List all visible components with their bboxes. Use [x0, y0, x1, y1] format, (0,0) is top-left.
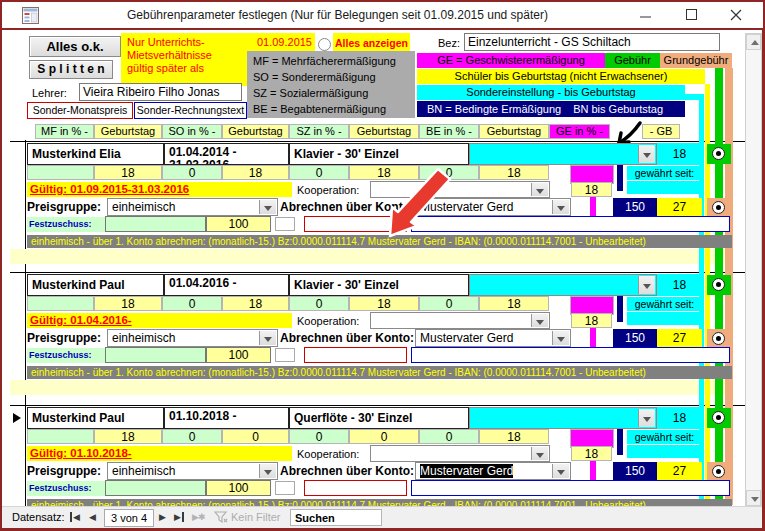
sondereinstellung-combobox[interactable] — [469, 407, 657, 429]
bn-bis-geburtstag-age[interactable]: 18 — [657, 407, 702, 429]
chevron-down-icon[interactable] — [638, 145, 655, 163]
small-field[interactable] — [275, 481, 295, 495]
sondereinstellung-combobox[interactable] — [469, 274, 657, 296]
student-name[interactable]: Musterkind Elia — [27, 143, 164, 165]
festzuschuss-extra-field[interactable] — [105, 347, 206, 363]
grundgebuehr-amount[interactable]: 27 — [657, 329, 702, 347]
small-field[interactable] — [275, 217, 295, 231]
chevron-down-icon[interactable] — [552, 464, 569, 478]
mf-percent-value[interactable] — [27, 165, 94, 180]
konto-alert-field[interactable] — [304, 480, 407, 496]
festzuschuss-value[interactable]: 100 — [206, 347, 271, 363]
festzuschuss-extra-field[interactable] — [105, 480, 206, 496]
sz-percent-value[interactable]: 0 — [289, 296, 349, 311]
preisgruppe-combobox[interactable]: einheimisch — [107, 198, 278, 216]
sz-percent-value[interactable]: 0 — [289, 429, 349, 444]
mf-geburtstag-value[interactable]: 18 — [94, 165, 162, 180]
grundgebuehr-radio[interactable] — [707, 198, 731, 218]
gebuehr-radio[interactable] — [707, 275, 731, 295]
ge-geburtstag-value[interactable]: 18 — [571, 182, 612, 197]
minimize-button[interactable] — [630, 2, 662, 28]
konto-combobox[interactable]: Mustervater Gerd — [415, 329, 571, 347]
chevron-down-icon[interactable] — [259, 464, 276, 478]
festzuschuss-extra-field[interactable] — [105, 216, 206, 232]
grundgebuehr-amount[interactable]: 27 — [657, 198, 702, 216]
so-geburtstag-value[interactable]: 0 — [222, 429, 289, 444]
instrument[interactable]: Klavier - 30' Einzel — [289, 274, 469, 296]
so-percent-value[interactable]: 0 — [162, 296, 222, 311]
gebuehr-amount[interactable]: 150 — [613, 329, 657, 347]
gebuehr-radio[interactable] — [707, 144, 731, 164]
chevron-down-icon[interactable] — [531, 183, 548, 196]
so-percent-value[interactable]: 0 — [162, 165, 222, 180]
sz-geburtstag-value[interactable]: 0 — [349, 429, 419, 444]
chevron-down-icon[interactable] — [531, 314, 548, 327]
chevron-down-icon[interactable] — [259, 200, 276, 214]
instrument[interactable]: Klavier - 30' Einzel — [289, 143, 469, 165]
grundgebuehr-radio[interactable] — [707, 462, 731, 482]
student-name[interactable]: Musterkind Paul — [27, 274, 164, 296]
mf-percent-value[interactable] — [27, 429, 94, 444]
sondereinstellung-combobox[interactable] — [469, 143, 657, 165]
date-range-line1[interactable]: 01.10.2018 - — [169, 410, 284, 423]
record-selector-icon[interactable] — [13, 413, 21, 423]
konto-alert-field[interactable] — [304, 347, 407, 363]
iban-field[interactable] — [411, 216, 730, 232]
chevron-down-icon[interactable] — [259, 331, 276, 345]
mf-geburtstag-value[interactable]: 18 — [94, 296, 162, 311]
be-percent-value[interactable]: 0 — [419, 296, 479, 311]
small-field[interactable] — [275, 348, 295, 362]
ge-geburtstag-value[interactable]: 18 — [571, 313, 612, 328]
be-geburtstag-value[interactable]: 18 — [479, 296, 549, 311]
last-record-icon[interactable] — [174, 507, 184, 528]
gewaehrt-seit-value[interactable] — [627, 312, 702, 325]
be-percent-value[interactable]: 0 — [419, 429, 479, 444]
kooperation-combobox[interactable] — [370, 312, 550, 329]
first-record-icon[interactable] — [70, 507, 80, 528]
so-percent-value[interactable]: 0 — [162, 429, 222, 444]
student-name[interactable]: Musterkind Paul — [27, 407, 164, 429]
so-geburtstag-value[interactable]: 18 — [222, 165, 289, 180]
next-record-icon[interactable] — [159, 507, 166, 528]
be-geburtstag-value[interactable]: 18 — [479, 429, 549, 444]
preisgruppe-combobox[interactable]: einheimisch — [107, 462, 278, 480]
gebuehr-amount[interactable]: 150 — [613, 198, 657, 216]
chevron-down-icon[interactable] — [638, 276, 655, 294]
record-position[interactable]: 3 von 4 — [104, 509, 154, 527]
vertical-scrollbar[interactable] — [745, 33, 762, 507]
close-button[interactable] — [720, 2, 752, 28]
scroll-up-icon[interactable] — [746, 34, 761, 50]
search-input[interactable]: Suchen — [290, 509, 382, 526]
mf-geburtstag-value[interactable]: 18 — [94, 429, 162, 444]
sz-percent-value[interactable]: 0 — [289, 165, 349, 180]
bn-bis-geburtstag-age[interactable]: 18 — [657, 143, 702, 165]
iban-field[interactable] — [411, 480, 730, 496]
chevron-down-icon[interactable] — [552, 200, 569, 214]
gebuehr-radio[interactable] — [707, 408, 731, 428]
chevron-down-icon[interactable] — [531, 447, 548, 460]
grundgebuehr-radio[interactable] — [707, 329, 731, 349]
mf-percent-value[interactable] — [27, 296, 94, 311]
date-range-line1[interactable]: 01.04.2016 - — [169, 277, 284, 290]
instrument[interactable]: Querflöte - 30' Einzel — [289, 407, 469, 429]
iban-field[interactable] — [411, 347, 730, 363]
bn-bis-geburtstag-age[interactable]: 18 — [657, 274, 702, 296]
gewaehrt-seit-value[interactable] — [627, 445, 702, 458]
gewaehrt-seit-value[interactable] — [627, 181, 702, 194]
chevron-down-icon[interactable] — [552, 331, 569, 345]
festzuschuss-value[interactable]: 100 — [206, 216, 271, 232]
so-geburtstag-value[interactable]: 18 — [222, 296, 289, 311]
ge-geburtstag-value[interactable]: 18 — [571, 446, 612, 461]
preisgruppe-combobox[interactable]: einheimisch — [107, 329, 278, 347]
chevron-down-icon[interactable] — [638, 409, 655, 427]
festzuschuss-value[interactable]: 100 — [206, 480, 271, 496]
scroll-down-icon[interactable] — [746, 490, 761, 506]
maximize-button[interactable] — [676, 2, 708, 28]
sz-geburtstag-value[interactable]: 18 — [349, 296, 419, 311]
new-record-icon[interactable] — [192, 507, 204, 528]
konto-combobox[interactable]: Mustervater Gerd — [415, 462, 571, 480]
be-geburtstag-value[interactable]: 18 — [479, 165, 549, 180]
grundgebuehr-amount[interactable]: 27 — [657, 462, 702, 480]
previous-record-icon[interactable] — [89, 507, 96, 528]
kooperation-combobox[interactable] — [370, 445, 550, 462]
